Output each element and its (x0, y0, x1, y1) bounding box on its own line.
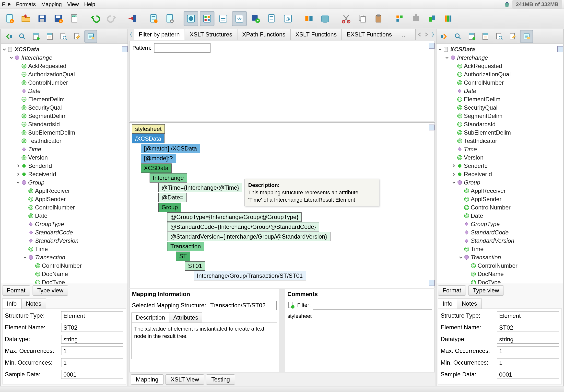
expand-icon[interactable] (452, 180, 456, 185)
expand-icon[interactable] (452, 64, 456, 68)
tree-row[interactable]: @ ApplReceiver (2, 187, 126, 195)
expand-icon[interactable] (458, 230, 463, 235)
expand-icon[interactable] (458, 197, 463, 201)
doc-edit-button[interactable] (507, 30, 519, 43)
tree-row[interactable]: Date (2, 87, 126, 95)
tree-row[interactable]: @ TestIndicator (438, 137, 562, 145)
tree-row[interactable]: Group (2, 178, 126, 187)
tree-row[interactable]: @ SecurityQual (438, 103, 562, 112)
tree-row[interactable]: @ Date (2, 212, 126, 220)
doc-find-button[interactable] (493, 30, 506, 43)
expand-icon[interactable] (16, 147, 20, 152)
tab-xpath-functions[interactable]: XPath Functions (238, 29, 291, 40)
tab-type-view[interactable]: Type view (468, 285, 504, 295)
tree-row[interactable]: SenderId (2, 162, 126, 170)
tree-row[interactable]: SenderId (438, 162, 562, 170)
tree-row[interactable]: Interchange (2, 54, 126, 62)
expand-icon[interactable] (23, 214, 27, 218)
menu-view[interactable]: View (67, 1, 79, 8)
mapping-node[interactable]: /XCSData (132, 134, 165, 143)
expand-icon[interactable] (16, 172, 20, 176)
menu-mapping[interactable]: Mapping (41, 1, 62, 8)
tree-row[interactable]: XCSData (2, 45, 126, 54)
tab-xslt-structures[interactable]: XSLT Structures (185, 29, 238, 40)
expand-icon[interactable] (16, 114, 20, 118)
mapping-node[interactable]: @StandardVersion={Interchange/Group/@Sta… (167, 232, 330, 241)
tree-row[interactable]: @ AuthorizationQual (2, 70, 126, 79)
expand-icon[interactable] (16, 180, 20, 185)
expand-icon[interactable] (23, 205, 27, 210)
expand-icon[interactable] (452, 147, 456, 152)
save-as-button[interactable] (51, 11, 66, 26)
expand-icon[interactable] (30, 264, 34, 268)
tree-highlight-button[interactable] (520, 30, 533, 43)
collapse-select-in-button[interactable] (2, 30, 15, 43)
filter-icon[interactable] (287, 301, 295, 309)
menu-formats[interactable]: Formats (16, 1, 36, 8)
tree-row[interactable]: @ ElementDelim (438, 95, 562, 103)
expand-icon[interactable] (445, 56, 449, 60)
tree-row[interactable]: StandardVersion (2, 237, 126, 245)
mapping-row[interactable]: @StandardCode={Interchange/Group/@Standa… (132, 222, 433, 232)
tree-row[interactable]: @ SegmentDelim (2, 112, 126, 120)
menu-file[interactable]: File (2, 1, 11, 8)
expand-icon[interactable] (16, 64, 20, 68)
tab-notes[interactable]: Notes (21, 298, 46, 308)
scroll-up-icon[interactable] (429, 125, 435, 130)
tree-row[interactable]: @ ControlNumber (438, 262, 562, 270)
tree-row[interactable]: @ ControlNumber (2, 203, 126, 212)
tree-row[interactable]: @ ApplReceiver (438, 187, 562, 195)
tab-nav-next-icon[interactable] (423, 32, 429, 37)
scroll-up-icon[interactable] (557, 46, 563, 52)
puzzle-button[interactable] (408, 11, 423, 26)
tree-row[interactable]: Transaction (438, 253, 562, 262)
redo-button[interactable] (104, 11, 119, 26)
expand-icon[interactable] (452, 81, 456, 85)
scroll-up-icon[interactable] (122, 46, 127, 52)
tab-description[interactable]: Description (131, 312, 169, 322)
scroll-down-icon[interactable] (429, 280, 435, 286)
tree-row[interactable]: @ StandardsId (2, 120, 126, 128)
tree-row[interactable]: @ StandardsId (438, 120, 562, 128)
tab-attributes[interactable]: Attributes (169, 312, 202, 322)
tree-row[interactable]: @ ElementDelim (2, 95, 126, 103)
pattern-input[interactable] (154, 43, 211, 53)
expand-icon[interactable] (16, 81, 20, 85)
mapping-row[interactable]: [@match]:/XCSData (132, 144, 433, 154)
tree-row[interactable]: @ Date (438, 212, 562, 220)
tree-row[interactable]: Time (2, 145, 126, 154)
expand-icon[interactable] (458, 247, 463, 251)
mapping-row[interactable]: Interchange/Group/Transaction/ST/ST01 (132, 271, 433, 281)
expand-icon[interactable] (452, 72, 456, 77)
mapping-row[interactable]: XCSData (132, 163, 433, 173)
tab-info[interactable]: Info (438, 298, 457, 308)
tab-more[interactable]: ... (397, 29, 412, 40)
expand-icon[interactable] (452, 105, 456, 110)
tree-row[interactable]: @ ControlNumber (2, 79, 126, 87)
expand-icon[interactable] (30, 280, 34, 284)
tree-row[interactable]: Transaction (2, 253, 126, 262)
expand-icon[interactable] (23, 197, 27, 201)
tree-row[interactable]: StandardVersion (438, 237, 562, 245)
right-tree[interactable]: XCSData Interchange @ AckRequested @ Aut… (437, 44, 563, 284)
tab-filter-by-pattern[interactable]: Filter by pattern (134, 29, 185, 40)
tree-row[interactable]: @ SecurityQual (2, 103, 126, 112)
expand-icon[interactable] (16, 155, 20, 160)
expand-icon[interactable] (438, 47, 442, 52)
export-xls-button[interactable]: XLS (67, 11, 82, 26)
find-button[interactable] (452, 30, 464, 43)
tree-row[interactable]: GroupType (2, 220, 126, 228)
mapping-node[interactable]: [@mode]:? (141, 154, 176, 163)
expand-icon[interactable] (16, 105, 20, 110)
tree-row[interactable]: GroupType (438, 220, 562, 228)
mapping-node[interactable]: ST01 (185, 261, 205, 271)
expand-icon[interactable] (452, 172, 456, 176)
left-tree[interactable]: XCSData Interchange @ AckRequested @ Aut… (1, 44, 127, 284)
tab-info[interactable]: Info (2, 298, 21, 308)
tree-row[interactable]: Interchange (438, 54, 562, 62)
doc-list-button[interactable] (264, 11, 279, 26)
tree-highlight-button[interactable] (85, 30, 97, 43)
database-button[interactable] (318, 11, 332, 26)
mapping-row[interactable]: /XCSData (132, 134, 433, 144)
mapping-row[interactable]: Transaction (132, 241, 433, 251)
